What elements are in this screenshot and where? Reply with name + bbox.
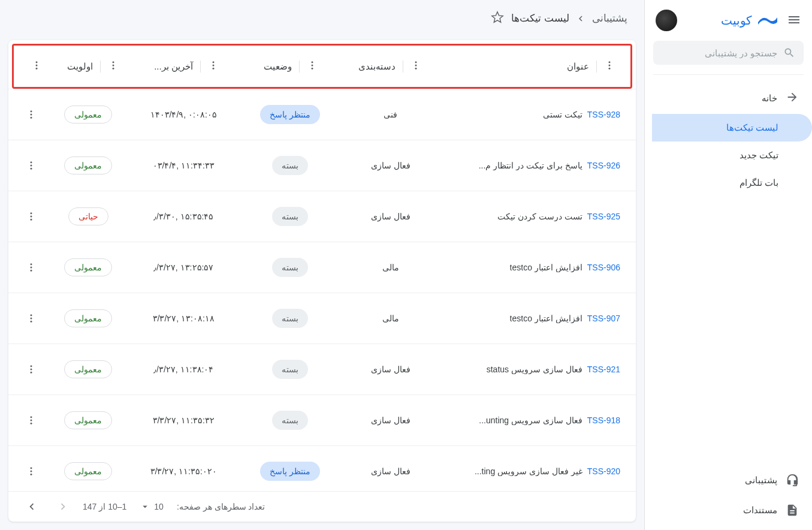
th-category[interactable]: دسته‌بندی [340,60,439,73]
svg-point-27 [31,263,32,265]
svg-point-36 [31,416,32,418]
svg-point-10 [212,65,214,67]
sidebar: کوبیت خانه لیست تیکت‌ها تیکت جدید [644,0,812,530]
cell-status: بسته [240,207,340,226]
ticket-id[interactable]: TSS-928 [587,110,620,119]
row-actions[interactable] [13,364,49,375]
svg-point-34 [31,369,32,371]
status-badge: منتظر پاسخ [260,462,320,481]
tickets-card: عنوان دسته‌بندی وضعیت [8,40,636,522]
status-badge: بسته [272,156,308,175]
more-icon[interactable] [604,60,615,73]
search-box[interactable] [653,41,804,65]
more-icon[interactable] [410,60,421,73]
row-actions[interactable] [13,313,49,324]
row-actions[interactable] [13,466,49,477]
ticket-id[interactable]: TSS-925 [587,212,620,221]
page-prev-icon[interactable] [56,500,70,513]
nav-telegram-bot[interactable]: بات تلگرام [652,169,812,197]
table-row[interactable]: TSS-918فعال سازی سرویس unting...فعال ساز… [8,395,636,445]
rows-per-page-select[interactable]: 10 [140,501,164,512]
table-body: TSS-928تیکت تستیفنیمنتظر پاسخ۱۴۰۳/۴/۹, ۰… [8,89,636,491]
table-row[interactable]: TSS-925تست درست کردن تیکتفعال سازیبسته٫/… [8,191,636,242]
cell-category: فعال سازی [340,415,441,425]
priority-badge: معمولی [64,462,112,480]
th-priority[interactable]: اولویت [55,60,131,73]
chevron-left-icon [575,13,586,24]
more-icon[interactable] [31,60,42,73]
priority-badge: معمولی [64,360,112,378]
table-row[interactable]: TSS-928تیکت تستیفنیمنتظر پاسخ۱۴۰۳/۴/۹, ۰… [8,89,636,140]
page-next-icon[interactable] [25,500,38,513]
row-actions[interactable] [13,211,49,222]
cell-category: مالی [340,263,441,272]
cell-updated: ٫/۳/۲۷, ۱۱:۳۸:۰۴ [128,365,240,374]
row-actions[interactable] [13,415,49,426]
priority-badge: حیاتی [68,207,108,225]
bottom-docs[interactable]: مستندات [645,495,812,525]
more-icon[interactable] [108,60,119,73]
svg-point-2 [609,68,611,70]
svg-point-16 [36,65,38,67]
nav-tickets[interactable]: لیست تیکت‌ها [652,114,812,141]
star-icon[interactable] [491,11,504,26]
more-icon[interactable] [307,60,318,73]
nav-home-label: خانه [762,93,777,104]
cell-title: TSS-926پاسخ برای تیکت در انتظار م... [441,161,631,170]
svg-point-8 [312,68,313,70]
ticket-id[interactable]: TSS-918 [587,415,620,425]
priority-badge: معمولی [64,411,112,429]
svg-point-39 [31,467,32,469]
ticket-subject: افزایش اعتبار testco [510,314,582,323]
svg-point-20 [31,117,32,119]
svg-point-18 [31,110,32,112]
ticket-id[interactable]: TSS-920 [587,466,620,476]
nav-new-ticket[interactable]: تیکت جدید [652,141,812,169]
menu-icon[interactable] [787,13,801,29]
ticket-id[interactable]: TSS-921 [587,365,620,374]
cell-priority: حیاتی [49,207,128,225]
nav-home[interactable]: خانه [652,82,812,114]
status-badge: بسته [272,207,308,226]
table-row[interactable]: TSS-907افزایش اعتبار testcoمالیبسته۳/۳/۲… [8,293,636,344]
svg-point-38 [31,423,32,424]
breadcrumb-root[interactable]: پشتیبانی [592,12,627,25]
th-status[interactable]: وضعیت [242,60,340,73]
table-row[interactable]: TSS-921فعال سازی سرویس statusفعال سازیبس… [8,344,636,395]
status-badge: منتظر پاسخ [260,105,320,124]
ticket-subject: پاسخ برای تیکت در انتظار م... [479,161,582,170]
table-row[interactable]: TSS-906افزایش اعتبار testcoمالیبسته٫/۳/۲… [8,242,636,293]
cell-status: بسته [240,309,340,328]
rows-per-page-value: 10 [154,502,164,511]
headset-icon [786,474,799,487]
brand[interactable]: کوبیت [686,13,778,28]
search-input[interactable] [662,48,777,58]
row-actions[interactable] [13,262,49,273]
ticket-id[interactable]: TSS-907 [587,314,620,323]
arrow-right-icon [786,91,799,106]
avatar[interactable] [656,10,677,31]
table-row[interactable]: TSS-926پاسخ برای تیکت در انتظار م...فعال… [8,140,636,191]
row-actions[interactable] [13,160,49,171]
more-icon[interactable] [208,60,219,73]
rows-per-page-label: تعداد سطرهای هر صفحه: [177,502,265,511]
svg-point-13 [113,65,114,67]
cell-priority: معمولی [49,156,128,174]
th-actions[interactable] [19,60,55,73]
cell-title: TSS-921فعال سازی سرویس status [441,365,631,374]
pagination: تعداد سطرهای هر صفحه: 10 1–10 از 147 [8,491,636,522]
bottom-docs-label: مستندات [743,505,777,516]
ticket-id[interactable]: TSS-926 [587,161,620,170]
ticket-subject: افزایش اعتبار testco [510,263,582,272]
bottom-support[interactable]: پشتیبانی [645,465,812,495]
svg-point-6 [312,61,313,63]
th-updated[interactable]: آخرین بر... [131,60,241,73]
ticket-id[interactable]: TSS-906 [587,263,620,272]
status-badge: بسته [272,411,308,430]
row-actions[interactable] [13,109,49,120]
ticket-subject: تیکت تستی [543,110,582,119]
cell-status: بسته [240,360,340,379]
th-title[interactable]: عنوان [439,60,626,73]
table-row[interactable]: TSS-920غیر فعال سازی سرویس ting...فعال س… [8,445,636,491]
priority-badge: معمولی [64,258,112,276]
